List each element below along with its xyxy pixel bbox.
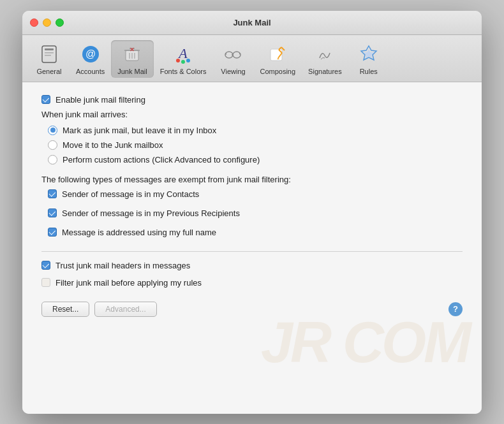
content-area: JR COM Enable junk mail filtering When j… xyxy=(22,82,482,414)
exempt-label: The following types of messages are exem… xyxy=(41,175,463,184)
svg-rect-2 xyxy=(45,52,54,54)
help-button[interactable]: ? xyxy=(448,302,463,316)
button-group: Reset... Advanced... xyxy=(41,302,157,317)
rules-icon xyxy=(357,43,380,66)
toolbar-item-accounts[interactable]: @ Accounts xyxy=(70,40,111,78)
exempt-fullname-row: Message is addressed using my full name xyxy=(48,228,463,237)
composing-icon xyxy=(266,43,289,66)
trust-headers-label: Trust junk mail headers in messages xyxy=(56,261,190,270)
svg-text:✕: ✕ xyxy=(130,46,135,52)
reset-button[interactable]: Reset... xyxy=(41,302,89,317)
exempt-previous-row: Sender of message is in my Previous Reci… xyxy=(48,208,463,218)
svg-rect-1 xyxy=(45,48,54,50)
filter-before-row: Filter junk mail before applying my rule… xyxy=(41,278,463,288)
exempt-items: Sender of message is in my Contacts Send… xyxy=(48,189,463,242)
svg-point-16 xyxy=(186,59,190,62)
radio-custom[interactable] xyxy=(48,155,57,164)
exempt-fullname-checkbox[interactable] xyxy=(48,228,57,237)
toolbar-item-viewing[interactable]: Viewing xyxy=(212,40,253,78)
toolbar: General @ Accounts ✕ xyxy=(22,35,482,82)
exempt-contacts-row: Sender of message is in my Contacts xyxy=(48,189,463,199)
when-junk-arrives-label: When junk mail arrives: xyxy=(41,110,463,119)
accounts-icon: @ xyxy=(79,43,102,66)
radio-mark-label: Mark as junk mail, but leave it in my In… xyxy=(63,126,216,135)
radio-move-label: Move it to the Junk mailbox xyxy=(63,140,163,150)
radio-row-custom: Perform custom actions (Click Advanced t… xyxy=(48,155,463,164)
exempt-section: The following types of messages are exem… xyxy=(41,175,463,242)
svg-text:@: @ xyxy=(85,48,96,59)
traffic-lights xyxy=(30,18,64,27)
svg-point-15 xyxy=(181,60,185,64)
svg-point-18 xyxy=(233,52,241,58)
exempt-contacts-label: Sender of message is in my Contacts xyxy=(62,189,199,199)
composing-label: Composing xyxy=(260,68,295,75)
titlebar: Junk Mail xyxy=(22,11,482,35)
main-window: Junk Mail General @ Accounts xyxy=(22,11,482,414)
enable-junk-section: Enable junk mail filtering xyxy=(41,95,463,105)
radio-mark[interactable] xyxy=(48,126,57,135)
viewing-label: Viewing xyxy=(221,68,245,75)
minimize-button[interactable] xyxy=(43,18,51,27)
trust-headers-row: Trust junk mail headers in messages xyxy=(41,261,463,270)
toolbar-item-composing[interactable]: Composing xyxy=(253,40,302,78)
general-label: General xyxy=(36,68,61,75)
advanced-button[interactable]: Advanced... xyxy=(94,302,156,317)
exempt-previous-checkbox[interactable] xyxy=(48,208,57,217)
radio-group: Mark as junk mail, but leave it in my In… xyxy=(48,126,463,164)
fonts-colors-label: Fonts & Colors xyxy=(160,68,207,75)
window-title: Junk Mail xyxy=(233,18,271,27)
fonts-colors-icon: A xyxy=(172,43,195,66)
rules-label: Rules xyxy=(360,68,378,75)
svg-rect-0 xyxy=(42,46,56,62)
maximize-button[interactable] xyxy=(56,18,64,27)
viewing-icon xyxy=(221,43,244,66)
svg-line-21 xyxy=(239,54,241,54)
close-button[interactable] xyxy=(30,18,38,27)
junkmail-label: Junk Mail xyxy=(117,68,147,75)
svg-rect-3 xyxy=(45,55,51,56)
signatures-icon xyxy=(313,43,336,66)
trust-headers-checkbox[interactable] xyxy=(41,261,50,270)
filter-before-checkbox[interactable] xyxy=(41,278,50,287)
radio-row-move: Move it to the Junk mailbox xyxy=(48,140,463,150)
signatures-label: Signatures xyxy=(308,68,342,75)
toolbar-item-general[interactable]: General xyxy=(29,40,70,78)
exempt-fullname-label: Message is addressed using my full name xyxy=(62,228,216,237)
general-icon xyxy=(38,43,61,66)
watermark: JR COM xyxy=(261,310,469,376)
radio-move[interactable] xyxy=(48,140,57,150)
radio-row-mark: Mark as junk mail, but leave it in my In… xyxy=(48,126,463,135)
junkmail-icon: ✕ xyxy=(121,43,144,66)
toolbar-item-junkmail[interactable]: ✕ Junk Mail xyxy=(111,40,153,78)
divider xyxy=(41,251,463,252)
filter-before-label: Filter junk mail before applying my rule… xyxy=(56,278,202,288)
exempt-previous-label: Sender of message is in my Previous Reci… xyxy=(62,208,240,218)
enable-junk-label: Enable junk mail filtering xyxy=(56,95,145,105)
accounts-label: Accounts xyxy=(76,68,105,75)
svg-text:A: A xyxy=(177,45,188,61)
toolbar-item-signatures[interactable]: Signatures xyxy=(302,40,348,78)
enable-junk-checkbox[interactable] xyxy=(41,95,50,104)
bottom-bar: Reset... Advanced... ? xyxy=(41,299,463,317)
exempt-contacts-checkbox[interactable] xyxy=(48,189,57,198)
when-junk-arrives-section: When junk mail arrives: Mark as junk mai… xyxy=(41,110,463,164)
toolbar-item-rules[interactable]: Rules xyxy=(348,40,389,78)
toolbar-item-fonts-colors[interactable]: A Fonts & Colors xyxy=(154,40,213,78)
svg-point-14 xyxy=(176,59,180,62)
svg-line-20 xyxy=(225,54,226,54)
radio-custom-label: Perform custom actions (Click Advanced t… xyxy=(63,155,260,164)
